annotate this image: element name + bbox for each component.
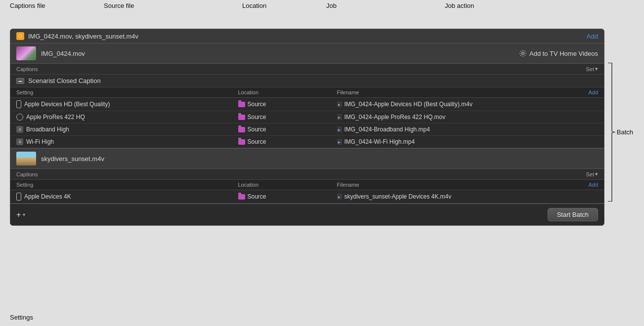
col-filename-2: Filename bbox=[337, 182, 559, 188]
col-location-1: Location bbox=[238, 89, 337, 95]
source2-thumbnail bbox=[16, 152, 36, 165]
top-bar-left: ⬡ IMG_0424.mov, skydivers_sunset.m4v bbox=[16, 32, 138, 40]
chevron-down-icon-3: ▾ bbox=[23, 212, 25, 217]
settings-header-1: Setting Location Filename Add bbox=[10, 87, 604, 98]
file-icon: ▶ bbox=[337, 126, 342, 132]
set-button-2[interactable]: Set ▾ bbox=[586, 171, 598, 177]
settings-add-btn-2[interactable]: Add bbox=[558, 182, 598, 188]
col-setting-1: Setting bbox=[16, 89, 238, 95]
add-plus-button[interactable]: + bbox=[16, 210, 21, 219]
filename-cell: ▶ IMG_0424-Broadband High.mp4 bbox=[337, 126, 559, 133]
start-batch-button[interactable]: Start Batch bbox=[548, 208, 598, 221]
batch-brace-svg bbox=[607, 62, 616, 202]
source-file-label: Source file bbox=[104, 2, 134, 9]
plus-icon: + bbox=[16, 210, 21, 219]
job-label: Job bbox=[326, 2, 337, 9]
location-cell: Source bbox=[238, 138, 337, 145]
table-row: 4 Wi-Fi High Source ▶ IMG_0424-Wi-Fi Hig… bbox=[10, 136, 604, 148]
file-icon: ▶ bbox=[337, 139, 342, 145]
batch-label: Batch bbox=[617, 128, 633, 136]
file-icon: ▶ bbox=[337, 194, 342, 200]
captions-file-label: Captions file bbox=[10, 2, 45, 9]
source2-left: skydivers_sunset.m4v bbox=[16, 152, 104, 165]
scenarist-label: Scenarist Closed Caption bbox=[28, 77, 101, 84]
folder-icon bbox=[238, 139, 245, 145]
col-setting-2: Setting bbox=[16, 182, 238, 188]
bottom-toolbar: + ▾ Start Batch bbox=[10, 204, 604, 225]
settings-add-btn-1[interactable]: Add bbox=[558, 89, 598, 95]
table-row: Apple ProRes 422 HQ Source ▶ IMG_0424-Ap… bbox=[10, 111, 604, 123]
caption-type-icon: ▬ bbox=[16, 78, 24, 84]
filename-cell: ▶ IMG_0424-Apple ProRes 422 HQ.mov bbox=[337, 114, 559, 121]
file-icon: ▶ bbox=[337, 114, 342, 120]
source1-left: IMG_0424.mov bbox=[16, 46, 85, 60]
location-label: Location bbox=[242, 2, 266, 9]
phone-icon-2 bbox=[16, 193, 21, 201]
source1-row: IMG_0424.mov Add to TV Home Videos bbox=[10, 43, 604, 64]
source1-thumbnail bbox=[16, 46, 36, 60]
job-action-label: Job action bbox=[445, 2, 474, 9]
setting-name: 4 Wi-Fi High bbox=[16, 138, 238, 145]
folder-icon bbox=[238, 194, 245, 200]
captions-header-1: Captions Set ▾ bbox=[10, 64, 604, 75]
setting-name: Apple Devices 4K bbox=[16, 193, 238, 201]
file-icon: ▶ bbox=[337, 101, 342, 107]
captions-file-icon: ⬡ bbox=[16, 32, 24, 40]
filename-cell: ▶ IMG_0424-Wi-Fi High.mp4 bbox=[337, 138, 559, 145]
set-button-1[interactable]: Set ▾ bbox=[586, 66, 598, 72]
num4-icon-2: 4 bbox=[16, 138, 23, 145]
setting-rows-2: Apple Devices 4K Source ▶ skydivers_suns… bbox=[10, 190, 604, 204]
chevron-down-icon: ▾ bbox=[595, 66, 598, 72]
filename-cell: ▶ IMG_0424-Apple Devices HD (Best Qualit… bbox=[337, 101, 559, 108]
gear-icon bbox=[519, 50, 526, 57]
setting-name: Apple Devices HD (Best Quality) bbox=[16, 100, 238, 108]
location-cell: Source bbox=[238, 193, 337, 200]
chevron-down-icon-2: ▾ bbox=[595, 171, 598, 177]
source2-filename: skydivers_sunset.m4v bbox=[41, 155, 104, 163]
settings-header-2: Setting Location Filename Add bbox=[10, 180, 604, 190]
folder-icon bbox=[238, 115, 245, 120]
top-bar: ⬡ IMG_0424.mov, skydivers_sunset.m4v Add bbox=[10, 29, 604, 43]
source2-row: skydivers_sunset.m4v bbox=[10, 148, 604, 169]
col-filename-1: Filename bbox=[337, 89, 559, 95]
source1-filename: IMG_0424.mov bbox=[41, 50, 85, 57]
top-add-button[interactable]: Add bbox=[587, 33, 598, 40]
setting-name: 4 Broadband High bbox=[16, 126, 238, 133]
svg-point-0 bbox=[522, 52, 524, 55]
table-row: Apple Devices HD (Best Quality) Source ▶… bbox=[10, 98, 604, 111]
location-cell: Source bbox=[238, 114, 337, 121]
captions-label-1: Captions bbox=[16, 66, 38, 72]
settings-label: Settings bbox=[10, 314, 33, 321]
table-row: 4 Broadband High Source ▶ IMG_0424-Broad… bbox=[10, 123, 604, 136]
filename-cell: ▶ skydivers_sunset-Apple Devices 4K.m4v bbox=[337, 193, 559, 200]
folder-icon bbox=[238, 127, 245, 132]
folder-icon bbox=[238, 102, 245, 107]
main-window: ⬡ IMG_0424.mov, skydivers_sunset.m4v Add… bbox=[10, 29, 604, 226]
source1-action: Add to TV Home Videos bbox=[529, 50, 598, 57]
location-cell: Source bbox=[238, 101, 337, 108]
source1-right: Add to TV Home Videos bbox=[519, 50, 598, 57]
col-location-2: Location bbox=[238, 182, 337, 188]
scenarist-row: ▬ Scenarist Closed Caption bbox=[10, 75, 604, 87]
setting-rows-1: Apple Devices HD (Best Quality) Source ▶… bbox=[10, 98, 604, 148]
num4-icon: 4 bbox=[16, 126, 23, 133]
location-cell: Source bbox=[238, 126, 337, 133]
circle-icon bbox=[16, 114, 23, 121]
captions-label-2: Captions bbox=[16, 171, 38, 177]
captions-header-2: Captions Set ▾ bbox=[10, 169, 604, 180]
setting-name: Apple ProRes 422 HQ bbox=[16, 114, 238, 121]
top-bar-title: IMG_0424.mov, skydivers_sunset.m4v bbox=[28, 33, 138, 40]
table-row: Apple Devices 4K Source ▶ skydivers_suns… bbox=[10, 190, 604, 204]
phone-icon bbox=[16, 100, 21, 108]
